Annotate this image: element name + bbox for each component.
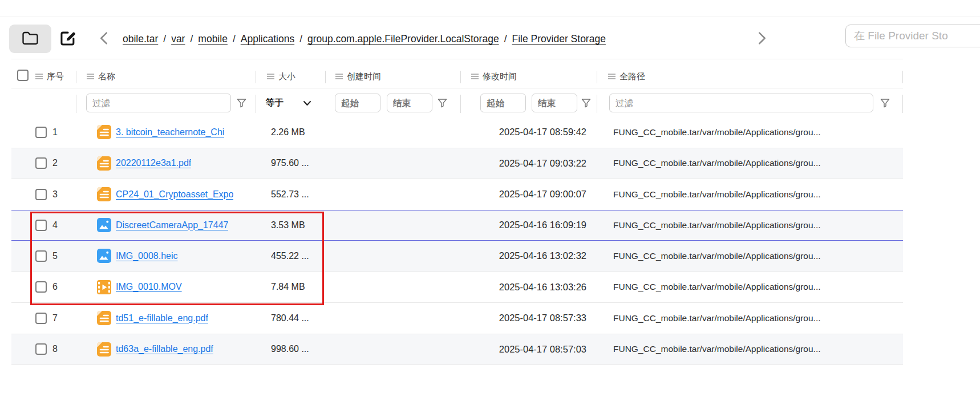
created-end-input[interactable] [387, 94, 432, 112]
modified-time: 2025-04-17 08:57:33 [460, 303, 586, 334]
file-size: 455.22 ... [271, 241, 309, 272]
modified-time: 2025-04-16 16:09:19 [460, 210, 586, 241]
size-operator-select[interactable]: 等于 [266, 94, 311, 112]
row-checkbox[interactable] [35, 313, 47, 324]
modified-end-input[interactable] [532, 94, 577, 112]
back-button[interactable] [96, 30, 112, 48]
modified-time: 2025-04-17 09:00:07 [460, 179, 586, 210]
column-header-modified[interactable]: 修改时间 [471, 70, 517, 83]
file-name-link[interactable]: CP24_01_Cryptoasset_Expo [116, 189, 233, 200]
file-size: 998.60 ... [271, 334, 309, 365]
modified-filter-funnel-icon[interactable] [579, 96, 593, 111]
table-row[interactable]: 4 DiscreetCameraApp_17447 3.53 MB 2025-0… [11, 210, 903, 241]
column-menu-icon [471, 73, 479, 80]
file-size: 2.26 MB [271, 117, 305, 148]
table-row[interactable]: 5 IMG_0008.heic 455.22 ... 2025-04-16 13… [11, 241, 903, 272]
doc-icon [96, 310, 112, 326]
full-path: FUNG_CC_mobile.tar/var/mobile/Applicatio… [613, 303, 821, 334]
path-filter-input[interactable] [609, 94, 873, 112]
created-filter-funnel-icon[interactable] [435, 96, 449, 111]
file-size: 975.60 ... [271, 148, 309, 179]
edit-icon [59, 29, 77, 49]
doc-icon [96, 124, 112, 140]
column-header-created[interactable]: 创建时间 [335, 70, 381, 83]
table-row[interactable]: 2 20220112e3a1.pdf 975.60 ... 2025-04-17… [11, 148, 903, 180]
select-all-checkbox[interactable] [17, 70, 29, 81]
column-header-name[interactable]: 名称 [87, 70, 115, 83]
breadcrumb-item[interactable]: var [171, 33, 185, 45]
row-checkbox[interactable] [35, 220, 47, 231]
row-checkbox[interactable] [35, 250, 47, 262]
file-name-link[interactable]: td51_e-fillable_eng.pdf [116, 313, 208, 323]
breadcrumb-separator: / [504, 33, 507, 45]
full-path: FUNG_CC_mobile.tar/var/mobile/Applicatio… [613, 148, 821, 179]
header-bottom-border [11, 88, 903, 88]
filter-divider [460, 95, 461, 113]
column-header-index[interactable]: 序号 [35, 70, 64, 83]
row-checkbox[interactable] [35, 157, 47, 169]
full-path: FUNG_CC_mobile.tar/var/mobile/Applicatio… [613, 179, 821, 210]
forward-button[interactable] [754, 30, 770, 48]
toolbar-divider [0, 17, 980, 17]
full-path: FUNG_CC_mobile.tar/var/mobile/Applicatio… [613, 117, 821, 148]
name-filter-funnel-icon[interactable] [234, 96, 248, 111]
column-label-path: 全路径 [619, 71, 645, 82]
file-size: 780.44 ... [271, 303, 309, 334]
column-header-path[interactable]: 全路径 [608, 70, 645, 83]
name-filter-input[interactable] [86, 94, 231, 112]
breadcrumb-item[interactable]: mobile [198, 33, 228, 45]
full-path: FUNG_CC_mobile.tar/var/mobile/Applicatio… [613, 241, 821, 272]
breadcrumb-item[interactable]: group.com.apple.FileProvider.LocalStorag… [307, 33, 499, 45]
row-number: 1 [52, 117, 58, 148]
breadcrumb-item[interactable]: Applications [241, 33, 294, 45]
breadcrumb: obile.tar/var/mobile/Applications/group.… [123, 25, 606, 53]
breadcrumb-separator: / [163, 33, 166, 45]
row-number: 4 [52, 210, 58, 241]
doc-icon [96, 187, 112, 202]
file-name-link[interactable]: IMG_0010.MOV [116, 282, 182, 292]
row-number: 7 [52, 303, 58, 334]
path-filter-funnel-icon[interactable] [878, 96, 892, 111]
column-label-name: 名称 [98, 71, 115, 82]
breadcrumb-separator: / [233, 33, 236, 45]
folder-icon [22, 31, 39, 47]
row-checkbox[interactable] [35, 189, 47, 200]
breadcrumb-separator: / [299, 33, 302, 45]
row-number: 5 [52, 241, 58, 272]
column-label-index: 序号 [47, 71, 64, 82]
table-row[interactable]: 6 IMG_0010.MOV 7.84 MB 2025-04-16 13:03:… [11, 272, 903, 303]
file-name-link[interactable]: 20220112e3a1.pdf [116, 158, 191, 168]
file-name-link[interactable]: DiscreetCameraApp_17447 [116, 220, 228, 230]
column-header-size[interactable]: 大小 [267, 70, 295, 83]
file-name-link[interactable]: td63a_e-fillable_eng.pdf [116, 344, 213, 354]
table-row[interactable]: 7 td51_e-fillable_eng.pdf 780.44 ... 202… [11, 303, 903, 334]
file-size: 7.84 MB [271, 272, 305, 303]
row-number: 6 [52, 272, 58, 303]
modified-time: 2025-04-17 08:59:42 [460, 117, 586, 148]
column-menu-icon [608, 73, 615, 80]
table-rows: 1 3. bitcoin_teachernote_Chi 2.26 MB 202… [11, 117, 903, 365]
video-icon [96, 280, 112, 295]
chevron-down-icon [303, 100, 311, 106]
column-label-created: 创建时间 [347, 71, 381, 82]
filter-divider [902, 95, 903, 113]
table-row[interactable]: 3 CP24_01_Cryptoasset_Expo 552.73 ... 20… [11, 179, 903, 210]
created-start-input[interactable] [335, 94, 380, 112]
table-row[interactable]: 1 3. bitcoin_teachernote_Chi 2.26 MB 202… [11, 117, 903, 148]
column-label-size: 大小 [278, 71, 295, 82]
file-name-link[interactable]: 3. bitcoin_teachernote_Chi [116, 127, 224, 137]
column-divider [325, 71, 326, 83]
row-checkbox[interactable] [35, 127, 47, 138]
search-input[interactable] [846, 25, 980, 47]
modified-start-input[interactable] [480, 94, 526, 112]
breadcrumb-item[interactable]: obile.tar [123, 33, 158, 45]
breadcrumb-item[interactable]: File Provider Storage [512, 33, 606, 45]
row-checkbox[interactable] [35, 343, 47, 355]
file-name-link[interactable]: IMG_0008.heic [116, 251, 178, 261]
row-checkbox[interactable] [35, 281, 47, 293]
image-icon [96, 248, 112, 264]
folder-view-button[interactable] [9, 25, 51, 53]
table-row[interactable]: 8 td63a_e-fillable_eng.pdf 998.60 ... 20… [11, 334, 903, 366]
edit-button[interactable] [56, 27, 80, 50]
file-size: 552.73 ... [271, 179, 309, 210]
